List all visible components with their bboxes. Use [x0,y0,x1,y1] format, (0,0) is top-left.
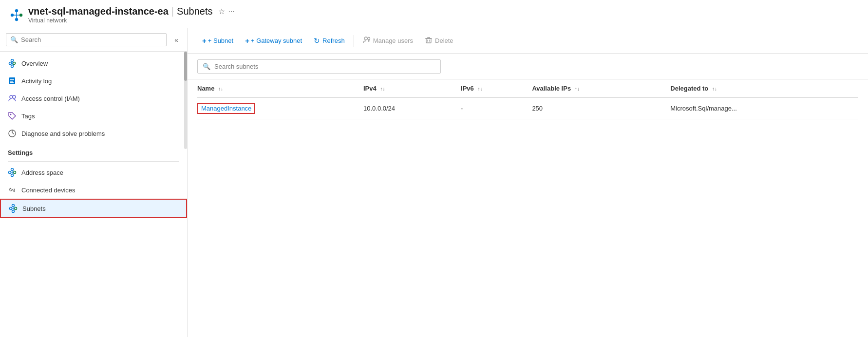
col-available-ips: Available IPs ↑↓ [532,80,670,97]
subnets-search-input[interactable] [214,63,435,70]
col-ipv4: IPv4 ↑↓ [363,80,461,97]
svg-point-18 [10,114,12,115]
add-subnet-icon: + [202,37,207,45]
col-ipv6: IPv6 ↑↓ [461,80,532,97]
more-icon[interactable]: ··· [228,7,234,16]
manage-users-button[interactable]: Manage users [358,33,418,48]
col-delegated-to: Delegated to ↑↓ [670,80,858,97]
diagnose-icon [8,129,17,138]
svg-point-30 [12,210,15,213]
sort-available-icon[interactable]: ↑↓ [575,86,580,92]
svg-rect-14 [10,81,13,82]
cell-ipv6: - [461,97,532,119]
sidebar-item-access-control[interactable]: Access control (IAM) [0,90,187,107]
vnet-icon [10,8,23,22]
cell-available-ips: 250 [532,97,670,119]
svg-point-0 [11,14,14,17]
svg-point-7 [13,62,16,65]
sidebar-item-activity-log[interactable]: Activity log [0,72,187,90]
search-icon: 🔍 [10,36,18,43]
cell-name: ManagedInstance [197,97,363,119]
svg-point-9 [11,65,14,68]
connected-devices-icon [8,186,17,194]
subnets-search-box[interactable]: 🔍 [197,59,441,74]
delete-button[interactable]: Delete [420,33,458,48]
iam-icon [8,94,17,103]
sort-name-icon[interactable]: ↑↓ [218,86,223,92]
svg-point-17 [13,95,16,98]
sidebar-item-label-iam: Access control (IAM) [21,95,80,102]
search-subnets-icon: 🔍 [203,63,210,70]
add-subnet-button[interactable]: + + Subnet [197,34,238,48]
sidebar-item-label-diagnose: Diagnose and solve problems [21,130,105,137]
sidebar-item-address-space[interactable]: Address space [0,164,187,181]
favorite-icon[interactable]: ☆ [218,7,225,16]
refresh-button[interactable]: ↻ Refresh [309,34,350,48]
overview-icon [8,59,17,68]
svg-point-28 [15,207,17,210]
subnets-icon [9,204,18,213]
svg-point-3 [15,18,18,21]
delete-label: Delete [435,37,453,44]
gateway-subnet-icon: + [245,37,249,45]
gateway-subnet-label: + Gateway subnet [251,37,302,44]
title-separator: | [171,6,174,17]
manage-users-icon [363,36,371,45]
svg-point-2 [15,9,18,12]
table-header: Name ↑↓ IPv4 ↑↓ IPv6 ↑↓ Available IPs [197,80,858,97]
resource-name: vnet-sql-managed-instance-ea [28,6,169,17]
activity-log-icon [8,76,17,85]
svg-rect-35 [426,38,431,43]
cell-ipv4: 10.0.0.0/24 [363,97,461,119]
add-gateway-subnet-button[interactable]: + + Gateway subnet [240,34,307,48]
svg-rect-13 [10,79,14,80]
sidebar-search-box[interactable]: 🔍 [6,33,167,46]
svg-point-33 [364,37,367,40]
svg-point-16 [10,95,13,98]
sidebar-item-diagnose[interactable]: Diagnose and solve problems [0,125,187,142]
page-title: Subnets [177,6,212,17]
managed-instance-link[interactable]: ManagedInstance [197,103,255,114]
subnets-table-container: Name ↑↓ IPv4 ↑↓ IPv6 ↑↓ Available IPs [188,80,868,337]
sidebar-nav: Overview Activity log Access control (IA… [0,52,187,221]
sort-delegated-icon[interactable]: ↑↓ [712,86,717,92]
subnets-table: Name ↑↓ IPv4 ↑↓ IPv6 ↑↓ Available IPs [197,80,858,119]
sidebar-item-connected-devices[interactable]: Connected devices [0,181,187,199]
tags-icon [8,112,17,120]
sidebar-item-label-tags: Tags [21,112,35,120]
resource-title: vnet-sql-managed-instance-ea | Subnets ☆… [28,6,235,24]
toolbar: + + Subnet + + Gateway subnet ↻ Refresh … [188,28,868,54]
manage-users-label: Manage users [373,37,413,44]
sidebar-item-label-activity: Activity log [21,77,52,85]
col-name: Name ↑↓ [197,80,363,97]
table-row: ManagedInstance 10.0.0.0/24 - 250 Micros… [197,97,858,119]
sidebar-item-overview[interactable]: Overview [0,55,187,72]
sort-ipv4-icon[interactable]: ↑↓ [380,86,385,92]
sort-ipv6-icon[interactable]: ↑↓ [477,86,482,92]
delete-icon [425,36,433,45]
svg-point-6 [9,62,12,65]
address-space-icon [8,168,17,177]
svg-point-1 [19,14,22,17]
table-body: ManagedInstance 10.0.0.0/24 - 250 Micros… [197,97,858,119]
resource-type: Virtual network [28,17,235,24]
sidebar-item-label-overview: Overview [21,60,48,67]
sidebar-item-subnets[interactable]: Subnets [0,199,187,218]
settings-section-title: Settings [0,142,187,159]
svg-point-8 [11,59,14,62]
search-input[interactable] [21,36,162,43]
settings-divider [8,161,179,162]
cell-delegated-to: Microsoft.Sql/manage... [670,97,858,119]
svg-point-34 [367,37,370,40]
svg-point-21 [14,171,16,174]
refresh-label: Refresh [322,37,345,44]
sidebar: 🔍 « Overview [0,28,188,337]
svg-point-23 [11,174,14,177]
collapse-sidebar-button[interactable]: « [171,35,181,45]
page-header: vnet-sql-managed-instance-ea | Subnets ☆… [0,0,868,28]
sidebar-item-tags[interactable]: Tags [0,107,187,125]
svg-rect-15 [10,82,14,83]
sidebar-search-container: 🔍 « [0,28,187,52]
sidebar-item-label-subnets: Subnets [22,205,46,212]
svg-point-22 [11,168,14,171]
